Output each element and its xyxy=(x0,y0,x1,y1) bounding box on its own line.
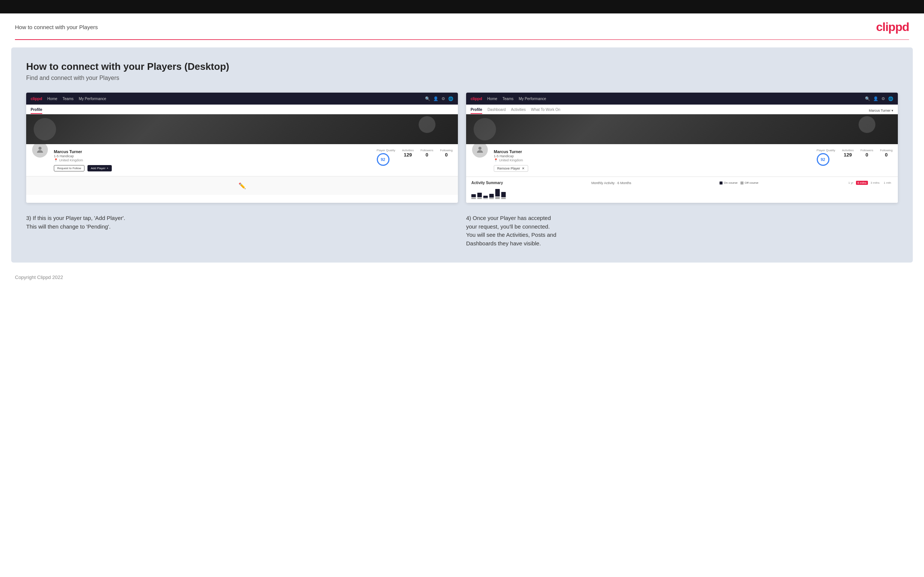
left-stat-following: Following 0 xyxy=(440,148,453,158)
left-stat-activities: Activities 129 xyxy=(402,148,414,158)
add-player-button[interactable]: Add Player + xyxy=(87,165,112,171)
chevron-down-icon: ▾ xyxy=(892,109,893,113)
left-nav-home[interactable]: Home xyxy=(47,97,58,101)
left-scroll-hint: ✏️ xyxy=(26,176,458,195)
left-quality-wrap: Player Quality 92 xyxy=(377,148,396,166)
time-btn-6mths[interactable]: 6 mths xyxy=(856,181,868,185)
left-profile-details: Marcus Turner 1-5 Handicap 📍 United King… xyxy=(54,149,372,171)
main-content: How to connect with your Players (Deskto… xyxy=(11,47,913,263)
time-btn-1yr[interactable]: 1 yr xyxy=(847,181,855,185)
globe-icon[interactable]: 🌐 xyxy=(448,96,453,101)
right-quality-wrap: Player Quality 92 xyxy=(817,148,835,166)
search-icon[interactable]: 🔍 xyxy=(425,96,430,101)
remove-player-button[interactable]: Remove Player ✕ xyxy=(494,165,528,172)
right-profile-tabbar: Profile Dashboard Activities What To Wor… xyxy=(466,105,898,114)
right-quality-circle: 92 xyxy=(817,153,829,166)
location-icon: 📍 xyxy=(54,158,58,162)
left-profile-handicap: 1-5 Handicap xyxy=(54,154,372,158)
right-profile-details: Marcus Turner 1-5 Handicap 📍 United King… xyxy=(494,149,811,172)
description-4-line3: You will see the Activities, Posts and xyxy=(466,231,898,239)
description-4-line2: your request, you'll be connected. xyxy=(466,222,898,231)
right-tab-activities[interactable]: Activities xyxy=(511,108,525,114)
left-nav-performance[interactable]: My Performance xyxy=(79,97,106,101)
close-icon: ✕ xyxy=(522,166,525,170)
page-header: How to connect with your Players clippd xyxy=(0,13,924,39)
right-tab-profile[interactable]: Profile xyxy=(471,108,482,114)
right-stat-followers: Followers 0 xyxy=(861,148,873,158)
right-profile-country: 📍 United Kingdom xyxy=(494,158,811,162)
right-tab-what-to-work-on[interactable]: What To Work On xyxy=(531,108,561,114)
left-profile-info: Marcus Turner 1-5 Handicap 📍 United King… xyxy=(26,144,458,176)
right-globe-icon[interactable]: 🌐 xyxy=(888,96,893,101)
bar-group-1 xyxy=(471,194,476,199)
description-3-line1: 3) If this is your Player tap, 'Add Play… xyxy=(26,214,458,222)
right-profile-banner xyxy=(466,114,898,144)
left-profile-tabbar: Profile xyxy=(26,105,458,114)
screenshot-left: clippd Home Teams My Performance 🔍 👤 ⚙ 🌐… xyxy=(26,93,458,203)
activity-period: Monthly Activity · 6 Months xyxy=(591,181,631,185)
right-nav-icons: 🔍 👤 ⚙ 🌐 xyxy=(865,96,893,101)
left-profile-country: 📍 United Kingdom xyxy=(54,158,372,162)
right-location-icon: 📍 xyxy=(494,158,498,162)
right-activity-summary: Activity Summary Monthly Activity · 6 Mo… xyxy=(466,177,898,203)
description-4-line4: Dashboards they have visible. xyxy=(466,239,898,248)
user-icon[interactable]: 👤 xyxy=(433,96,438,101)
right-app-nav: clippd Home Teams My Performance 🔍 👤 ⚙ 🌐 xyxy=(466,93,898,105)
legend-oncourse: On course xyxy=(720,181,737,184)
right-nav-teams[interactable]: Teams xyxy=(502,97,513,101)
left-nav-logo: clippd xyxy=(31,96,42,101)
right-search-icon[interactable]: 🔍 xyxy=(865,96,870,101)
right-profile-handicap: 1-5 Handicap xyxy=(494,154,811,158)
bar-group-6 xyxy=(501,192,506,199)
activity-time-buttons: 1 yr 6 mths 3 mths 1 mth xyxy=(847,181,893,185)
bar-group-5 xyxy=(495,189,500,199)
settings-icon[interactable]: ⚙ xyxy=(441,96,445,101)
plus-icon: + xyxy=(107,166,108,170)
right-settings-icon[interactable]: ⚙ xyxy=(881,96,885,101)
footer: Copyright Clippd 2022 xyxy=(0,270,924,285)
top-bar xyxy=(0,0,924,13)
left-tab-profile[interactable]: Profile xyxy=(31,108,42,114)
right-profile-info: Marcus Turner 1-5 Handicap 📍 United King… xyxy=(466,144,898,177)
left-profile-actions: Request to Follow Add Player + xyxy=(54,165,372,171)
left-profile-banner xyxy=(26,114,458,144)
description-4-line1: 4) Once your Player has accepted xyxy=(466,214,898,222)
left-nav-teams[interactable]: Teams xyxy=(62,97,73,101)
right-profile-actions: Remove Player ✕ xyxy=(494,165,811,172)
description-block-3: 3) If this is your Player tap, 'Add Play… xyxy=(26,214,458,248)
right-activity-header: Activity Summary Monthly Activity · 6 Mo… xyxy=(471,181,893,185)
logo: clippd xyxy=(876,20,909,34)
legend-offcourse: Off course xyxy=(740,181,758,184)
right-tab-dashboard[interactable]: Dashboard xyxy=(488,108,506,114)
right-stat-activities: Activities 129 xyxy=(842,148,854,158)
request-follow-button[interactable]: Request to Follow xyxy=(54,165,84,171)
page-subheading: Find and connect with your Players xyxy=(26,75,898,81)
right-nav-home[interactable]: Home xyxy=(488,97,498,101)
time-btn-1mth[interactable]: 1 mth xyxy=(882,181,893,185)
left-app-nav: clippd Home Teams My Performance 🔍 👤 ⚙ 🌐 xyxy=(26,93,458,105)
descriptions-row: 3) If this is your Player tap, 'Add Play… xyxy=(26,214,898,248)
activity-summary-title: Activity Summary xyxy=(471,181,503,185)
svg-point-0 xyxy=(39,147,42,150)
header-divider xyxy=(15,39,909,40)
svg-point-1 xyxy=(478,147,481,150)
right-user-dropdown[interactable]: Marcus Turner ▾ xyxy=(869,109,893,114)
right-profile-stats: Player Quality 92 Activities 129 Followe… xyxy=(817,148,893,166)
right-profile-name: Marcus Turner xyxy=(494,149,811,154)
screenshot-right: clippd Home Teams My Performance 🔍 👤 ⚙ 🌐… xyxy=(466,93,898,203)
right-profile-tabs-left: Profile Dashboard Activities What To Wor… xyxy=(471,108,560,114)
right-user-icon[interactable]: 👤 xyxy=(873,96,879,101)
left-profile-stats: Player Quality 92 Activities 129 Followe… xyxy=(377,148,453,166)
description-block-4: 4) Once your Player has accepted your re… xyxy=(466,214,898,248)
screenshots-row: clippd Home Teams My Performance 🔍 👤 ⚙ 🌐… xyxy=(26,93,898,203)
right-stat-following: Following 0 xyxy=(880,148,893,158)
bar-group-4 xyxy=(489,194,494,199)
header-title: How to connect with your Players xyxy=(15,24,98,30)
copyright-text: Copyright Clippd 2022 xyxy=(15,274,63,280)
activity-legend: On course Off course xyxy=(720,181,758,184)
right-nav-performance[interactable]: My Performance xyxy=(519,97,546,101)
time-btn-3mths[interactable]: 3 mths xyxy=(869,181,881,185)
bar-group-2 xyxy=(477,193,482,199)
description-3-line2: This will then change to 'Pending'. xyxy=(26,222,458,231)
left-quality-circle: 92 xyxy=(377,153,389,166)
